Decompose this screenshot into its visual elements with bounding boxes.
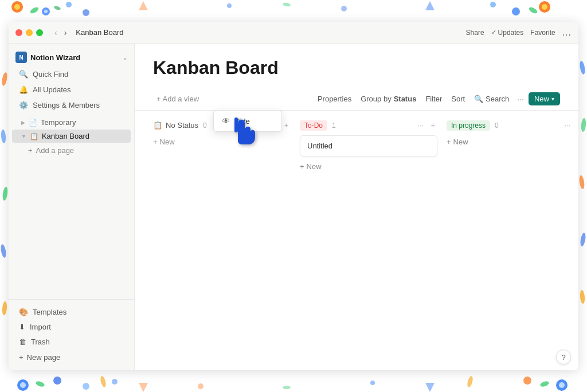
column-add-button-todo[interactable]: + — [428, 120, 437, 131]
workspace-icon: N — [15, 52, 27, 63]
sidebar-item-templates[interactable]: 🎨 Templates — [12, 305, 131, 319]
page-label: Kanban Board — [42, 132, 89, 140]
add-page-button[interactable]: + Add a page — [12, 144, 131, 157]
svg-marker-32 — [139, 383, 148, 392]
sidebar-item-settings[interactable]: ⚙️ Settings & Members — [12, 98, 131, 112]
svg-point-13 — [227, 3, 232, 8]
sidebar-item-quick-find[interactable]: 🔍 Quick Find — [12, 67, 131, 81]
help-button[interactable]: ? — [556, 350, 571, 364]
svg-point-9 — [542, 4, 547, 10]
svg-point-4 — [66, 2, 72, 7]
svg-point-11 — [490, 2, 496, 7]
svg-point-3 — [44, 10, 48, 13]
sidebar-item-import[interactable]: ⬇ Import — [12, 320, 131, 334]
svg-point-7 — [53, 5, 61, 11]
share-button[interactable]: Share — [466, 29, 484, 37]
page-title: Kanban Board — [153, 57, 560, 79]
search-button[interactable]: 🔍 Search — [471, 93, 512, 105]
group-by-button[interactable]: Group by Status — [357, 93, 420, 105]
toolbar-more-button[interactable]: ··· — [517, 95, 524, 104]
column-actions-in-progress: ···+ — [562, 120, 578, 131]
floral-bottom-border — [0, 370, 587, 392]
sidebar-item-kanban-board[interactable]: ▼ 📋 Kanban Board — [12, 130, 131, 143]
kanban-card[interactable]: Untitled — [300, 135, 437, 156]
title-bar: ‹ › Kanban Board Share ✓ Updates Favorit… — [9, 22, 578, 44]
column-new-button-no-status[interactable]: + New — [153, 135, 291, 148]
column-header-in-progress: In progress0···+ — [447, 120, 578, 131]
maximize-window-button[interactable] — [36, 29, 43, 36]
svg-marker-31 — [425, 383, 435, 392]
svg-point-30 — [283, 386, 291, 389]
app-window: ‹ › Kanban Board Share ✓ Updates Favorit… — [9, 22, 578, 370]
svg-point-23 — [112, 379, 118, 385]
svg-point-39 — [2, 301, 7, 316]
minimize-window-button[interactable] — [26, 29, 33, 36]
check-icon: ✓ — [491, 29, 496, 36]
svg-point-18 — [17, 379, 29, 391]
favorite-button[interactable]: Favorite — [530, 29, 555, 37]
column-badge-in-progress: In progress — [447, 120, 490, 131]
properties-button[interactable]: Properties — [314, 93, 355, 105]
column-new-button-in-progress[interactable]: + New — [447, 135, 578, 148]
chevron-down-icon: ▾ — [551, 96, 554, 102]
svg-point-29 — [370, 381, 375, 385]
hide-icon: 👁 — [222, 116, 230, 126]
svg-point-36 — [1, 130, 6, 144]
page-header: Kanban Board — [135, 44, 578, 92]
toolbar: + Add a view Properties Group by Status … — [135, 92, 578, 111]
floral-right-border — [578, 22, 587, 370]
title-bar-actions: Share ✓ Updates Favorite ... — [466, 28, 572, 38]
svg-point-0 — [11, 1, 23, 13]
filter-button[interactable]: Filter — [422, 93, 445, 105]
svg-point-22 — [83, 383, 89, 390]
kanban-column-todo: To-Do1···+Untitled+ New — [300, 120, 437, 173]
svg-point-27 — [539, 381, 550, 388]
svg-marker-16 — [425, 1, 435, 10]
sidebar-item-trash[interactable]: 🗑 Trash — [12, 335, 131, 349]
close-window-button[interactable] — [15, 29, 22, 36]
svg-point-34 — [100, 375, 107, 387]
column-options-button-todo[interactable]: ··· — [416, 120, 426, 131]
svg-point-43 — [580, 232, 586, 246]
context-menu-hide-item[interactable]: 👁 Hide — [216, 113, 279, 129]
traffic-lights — [15, 29, 43, 36]
add-view-button[interactable]: + Add a view — [153, 93, 202, 105]
more-button[interactable]: ... — [562, 28, 572, 38]
svg-point-37 — [2, 187, 8, 201]
column-new-button-todo[interactable]: + New — [300, 160, 437, 173]
svg-point-28 — [198, 383, 204, 389]
column-add-button-no-status[interactable]: + — [281, 120, 291, 131]
column-badge-todo: To-Do — [300, 120, 327, 131]
forward-button[interactable]: › — [62, 27, 69, 38]
plus-icon: + — [447, 138, 451, 146]
back-button[interactable]: ‹ — [52, 27, 60, 38]
new-page-button[interactable]: + New page — [12, 350, 131, 365]
sidebar-footer: 🎨 Templates ⬇ Import 🗑 Trash + New page — [9, 299, 134, 366]
context-menu: 👁 Hide — [213, 110, 282, 132]
svg-point-33 — [467, 375, 474, 387]
page-icon: 📄 — [29, 119, 37, 127]
import-icon: ⬇ — [19, 323, 25, 331]
sidebar-item-label: Settings & Members — [33, 101, 100, 109]
svg-point-5 — [83, 9, 89, 16]
column-count-no-status: 0 — [203, 121, 207, 130]
plus-icon: + — [19, 353, 24, 362]
svg-point-25 — [559, 382, 565, 388]
column-add-button-in-progress[interactable]: + — [575, 120, 578, 131]
sidebar-item-label: All Updates — [33, 85, 71, 94]
sort-button[interactable]: Sort — [448, 93, 468, 105]
svg-point-26 — [523, 377, 531, 385]
svg-point-42 — [578, 175, 585, 190]
plus-icon: + — [28, 146, 33, 155]
svg-point-2 — [42, 7, 50, 15]
sidebar-item-temporary[interactable]: ▶ 📄 Temporary — [12, 116, 131, 129]
new-record-button[interactable]: New ▾ — [529, 92, 560, 105]
settings-icon: ⚙️ — [19, 101, 28, 109]
svg-point-35 — [1, 72, 8, 86]
column-options-button-in-progress[interactable]: ··· — [562, 120, 573, 131]
workspace-header[interactable]: N Notion Wizard ⌄ — [9, 48, 134, 66]
sidebar-item-all-updates[interactable]: 🔔 All Updates — [12, 83, 131, 97]
column-header-todo: To-Do1···+ — [300, 120, 437, 131]
svg-point-15 — [283, 2, 291, 7]
updates-button[interactable]: ✓ Updates — [491, 29, 524, 37]
